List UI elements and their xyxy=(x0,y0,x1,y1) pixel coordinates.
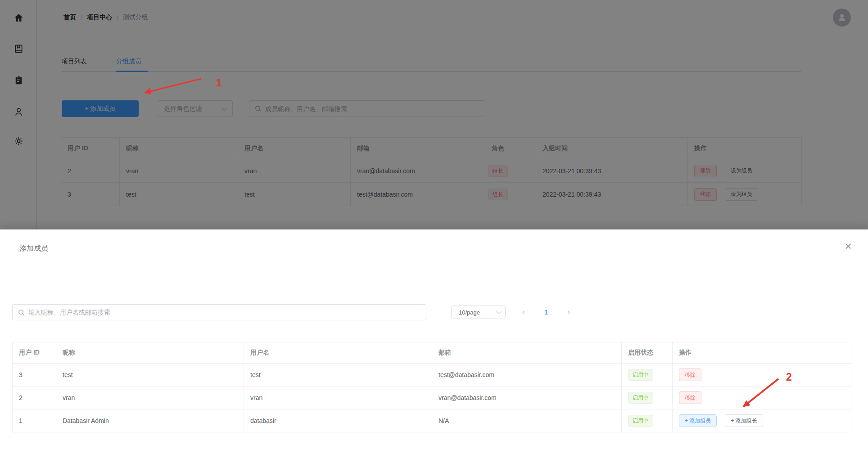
cell-user-id: 1 xyxy=(13,409,56,432)
chevron-down-icon xyxy=(496,309,502,315)
cell-user-id: 2 xyxy=(13,387,56,409)
cell-username: test xyxy=(244,364,432,387)
status-badge: 启用中 xyxy=(628,369,653,381)
remove-member-button[interactable]: 移除 xyxy=(679,391,701,404)
col-user-id: 用户 ID xyxy=(13,342,56,364)
drawer-table-header-row: 用户 ID 昵称 用户名 邮箱 启用状态 操作 xyxy=(13,342,851,364)
cell-username: vran xyxy=(244,387,432,409)
cell-nickname: vran xyxy=(56,387,244,409)
cell-user-id: 3 xyxy=(13,364,56,387)
drawer-title: 添加成员 xyxy=(19,244,48,253)
col-username: 用户名 xyxy=(244,342,432,364)
cell-email: N/A xyxy=(432,409,622,432)
prev-page-button[interactable]: ‹ xyxy=(517,306,530,319)
cell-nickname: Databasir Admin xyxy=(56,409,244,432)
status-badge: 启用中 xyxy=(628,392,653,404)
next-page-button[interactable]: › xyxy=(562,306,575,319)
remove-member-button[interactable]: 移除 xyxy=(679,369,701,381)
col-nickname: 昵称 xyxy=(56,342,244,364)
add-member-drawer: 添加成员 × 10/page ‹ 1 › 用户 ID 昵称 用户名 邮箱 xyxy=(0,229,868,454)
add-as-member-button[interactable]: + 添加组员 xyxy=(679,414,717,427)
table-row: 2 vran vran vran@databasir.com 启用中 移除 xyxy=(13,387,851,409)
search-icon xyxy=(18,309,25,316)
table-row: 1 Databasir Admin databasir N/A 启用中 + 添加… xyxy=(13,409,851,432)
cell-email: test@databasir.com xyxy=(432,364,622,387)
cell-nickname: test xyxy=(56,364,244,387)
col-email: 邮箱 xyxy=(432,342,622,364)
add-as-leader-button[interactable]: + 添加组长 xyxy=(725,414,763,427)
page-size-select[interactable]: 10/page xyxy=(451,306,506,319)
current-page-number[interactable]: 1 xyxy=(539,306,553,319)
drawer-search-box xyxy=(12,304,426,320)
col-actions: 操作 xyxy=(673,342,851,364)
table-row: 3 test test test@databasir.com 启用中 移除 xyxy=(13,364,851,387)
drawer-search-input[interactable] xyxy=(28,305,420,320)
cell-email: vran@databasir.com xyxy=(432,387,622,409)
drawer-users-table: 用户 ID 昵称 用户名 邮箱 启用状态 操作 3 test test test… xyxy=(12,342,851,432)
close-icon[interactable]: × xyxy=(841,239,855,254)
col-status: 启用状态 xyxy=(622,342,673,364)
status-badge: 启用中 xyxy=(628,415,653,427)
page-size-value: 10/page xyxy=(459,309,480,316)
cell-username: databasir xyxy=(244,409,432,432)
app-root: 首页 / 项目中心 / 测试分组 项目列表 分组成员 + 添加成员 选择角色过滤… xyxy=(0,0,868,454)
